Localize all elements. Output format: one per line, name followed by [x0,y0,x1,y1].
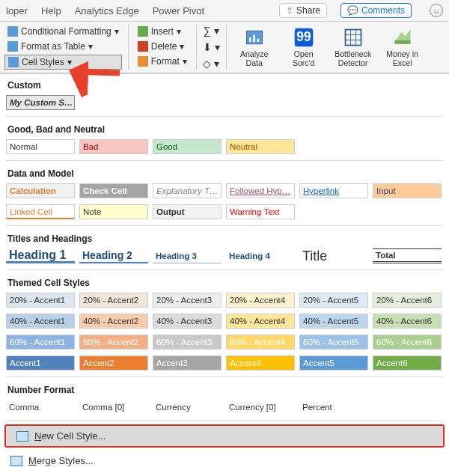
svg-rect-3 [257,39,259,42]
annotation-highlight-box: NNew Cell Style...ew Cell Style... [4,424,445,448]
section-titles-headings: Titles and Headings [0,228,449,247]
style-percent[interactable]: Percent [299,400,368,415]
sorcd-icon: 99 [293,27,314,48]
style-60-accent3[interactable]: 60% - Accent3 [153,335,222,350]
fill-icon[interactable]: ⬇ ▾ [203,41,220,53]
style-60-accent6[interactable]: 60% - Accent6 [373,335,442,350]
style-note[interactable]: Note [79,204,148,219]
share-button[interactable]: ⇪Share [279,3,327,18]
svg-rect-2 [253,35,255,43]
format-as-table-button[interactable]: Format as Table ▾ [4,40,122,53]
bottleneck-detector-button[interactable]: Bottleneck Detector [332,25,375,70]
style-comma-0[interactable]: Comma [0] [79,400,148,415]
style-accent2[interactable]: Accent2 [79,356,148,370]
style-20-accent6[interactable]: 20% - Accent6 [373,293,442,308]
style-40-accent5[interactable]: 40% - Accent5 [299,314,368,329]
style-explanatory[interactable]: Explanatory T… [153,183,222,198]
share-icon: ⇪ [286,5,293,16]
style-accent1[interactable]: Accent1 [6,356,75,370]
style-40-accent4[interactable]: 40% - Accent4 [226,314,295,329]
style-accent4[interactable]: Accent4 [226,356,295,370]
delete-button[interactable]: Delete ▾ [135,40,190,53]
style-calculation[interactable]: Calculation [6,183,75,198]
new-cell-style-button[interactable]: NNew Cell Style...ew Cell Style... [6,426,443,446]
style-title[interactable]: Title [299,248,368,263]
ribbon-tabs: loper Help Analytics Edge Power Pivot ⇪S… [0,0,449,22]
section-good-bad-neutral: Good, Bad and Neutral [0,118,449,138]
style-followed-hyperlink[interactable]: Followed Hyp… [226,183,295,198]
clear-icon[interactable]: ◇ ▾ [203,58,219,70]
style-40-accent2[interactable]: 40% - Accent2 [79,314,148,329]
style-currency-0[interactable]: Currency [0] [226,400,295,415]
money-icon [392,27,413,48]
style-linked-cell[interactable]: Linked Cell [6,204,75,219]
style-heading-3[interactable]: Heading 3 [153,248,222,263]
merge-styles-icon [10,456,22,466]
style-good[interactable]: Good [153,139,222,154]
autosum-icon[interactable]: ∑ ▾ [204,25,219,37]
style-total[interactable]: Total [373,248,442,263]
style-currency[interactable]: Currency [153,400,222,415]
conditional-formatting-icon [7,26,18,37]
style-comma[interactable]: Comma [6,400,75,415]
style-20-accent1[interactable]: 20% - Accent1 [6,293,75,308]
section-data-model: Data and Model [0,162,449,182]
money-in-excel-button[interactable]: Money in Excel [381,25,424,70]
svg-rect-6 [345,30,361,46]
bottleneck-icon [343,27,364,48]
style-40-accent6[interactable]: 40% - Accent6 [373,314,442,329]
tab-help[interactable]: Help [41,5,61,16]
style-hyperlink[interactable]: Hyperlink [299,183,368,198]
style-20-accent4[interactable]: 20% - Accent4 [226,293,295,308]
style-output[interactable]: Output [153,204,222,219]
section-number-format: Number Format [0,379,449,398]
tab-developer[interactable]: loper [6,5,28,16]
style-accent3[interactable]: Accent3 [153,356,222,370]
merge-styles-button[interactable]: Merge Styles... [0,451,449,471]
style-60-accent5[interactable]: 60% - Accent5 [299,335,368,350]
format-button[interactable]: Format ▾ [135,55,190,68]
style-normal[interactable]: Normal [6,139,75,154]
chevron-down-icon: ▾ [88,41,93,52]
new-style-icon [16,431,28,442]
insert-icon [138,26,148,37]
section-themed-styles: Themed Cell Styles [0,272,449,291]
open-sorcd-button[interactable]: 99 Open Sorc'd [282,25,326,70]
chevron-down-icon: ▾ [114,26,119,37]
comments-button[interactable]: 💬Comments [340,3,412,18]
ribbon-bar: Conditional Formatting ▾ Format as Table… [0,22,449,73]
style-60-accent2[interactable]: 60% - Accent2 [79,335,148,350]
style-neutral[interactable]: Neutral [226,139,295,154]
svg-text:99: 99 [296,29,311,44]
style-input[interactable]: Input [373,183,442,198]
tab-analytics-edge[interactable]: Analytics Edge [75,5,139,16]
cell-styles-gallery: Custom My Custom S… Good, Bad and Neutra… [0,73,449,471]
style-heading-2[interactable]: Heading 2 [79,248,148,263]
analyze-data-button[interactable]: Analyze Data [233,25,276,70]
style-my-custom[interactable]: My Custom S… [6,95,75,110]
style-accent6[interactable]: Accent6 [373,356,442,370]
style-20-accent3[interactable]: 20% - Accent3 [153,293,222,308]
style-40-accent3[interactable]: 40% - Accent3 [153,314,222,329]
table-icon [7,41,18,52]
style-20-accent5[interactable]: 20% - Accent5 [299,293,368,308]
section-custom: Custom [0,74,449,94]
tab-power-pivot[interactable]: Power Pivot [153,5,204,16]
style-20-accent2[interactable]: 20% - Accent2 [79,293,148,308]
svg-rect-1 [249,37,251,42]
delete-icon [138,41,148,52]
style-40-accent1[interactable]: 40% - Accent1 [6,314,75,329]
style-60-accent1[interactable]: 60% - Accent1 [6,335,75,350]
conditional-formatting-button[interactable]: Conditional Formatting ▾ [4,25,122,38]
style-heading-1[interactable]: Heading 1 [6,248,75,263]
style-60-accent4[interactable]: 60% - Accent4 [226,335,295,350]
analyze-data-icon [244,27,265,48]
style-bad[interactable]: Bad [79,139,148,154]
style-heading-4[interactable]: Heading 4 [226,248,295,263]
svg-marker-12 [396,30,410,40]
insert-button[interactable]: Insert ▾ [135,25,190,38]
style-accent5[interactable]: Accent5 [299,356,368,370]
style-check-cell[interactable]: Check Cell [79,183,148,198]
feedback-smiley-icon[interactable]: ☺ [430,4,443,17]
style-warning-text[interactable]: Warning Text [226,204,295,219]
